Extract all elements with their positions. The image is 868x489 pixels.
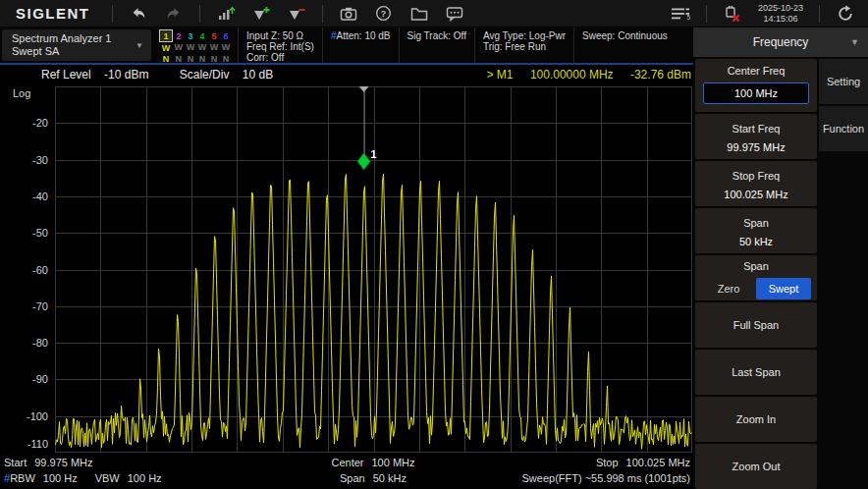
trace-indicator[interactable]: 6 xyxy=(220,30,232,42)
corr-label: Corr: Off xyxy=(246,52,314,63)
toolbar-separator xyxy=(706,5,707,23)
span-mode-label: Span xyxy=(743,260,769,272)
y-axis-tick-label: -90 xyxy=(32,373,48,385)
freq-ref-label: Freq Ref: Int(S) xyxy=(246,41,314,52)
trace-indicator[interactable]: W xyxy=(196,42,208,54)
chevron-down-icon: ▼ xyxy=(136,41,143,50)
zoom-out-label: Zoom Out xyxy=(732,461,781,472)
sweep-cell[interactable]: Sweep: Continuous xyxy=(574,27,676,63)
svg-text:5: 5 xyxy=(686,14,690,21)
start-freq-button-value: 99.975 MHz xyxy=(727,141,785,153)
span-mode-toggle: Span Zero Swept xyxy=(695,255,817,300)
trace-indicator[interactable]: N xyxy=(220,53,232,64)
trace-indicator[interactable]: N xyxy=(173,53,186,64)
spectrum-plot[interactable] xyxy=(55,86,692,453)
input-settings-cell[interactable]: Input Z: 50 Ω Freq Ref: Int(S) Corr: Off xyxy=(239,27,323,63)
trace-indicator[interactable]: W xyxy=(220,42,232,54)
ref-level-label[interactable]: Ref Level xyxy=(41,68,91,82)
trace-indicator[interactable]: W xyxy=(185,42,196,54)
y-axis-labels: -20-30-40-50-60-70-80-90-100-110 xyxy=(0,86,51,453)
center-freq-label: Center xyxy=(331,457,363,468)
span-zero-option[interactable]: Zero xyxy=(701,278,756,299)
trace-indicator[interactable]: W xyxy=(173,42,186,54)
scale-div-value[interactable]: 10 dB xyxy=(243,68,273,82)
trace-indicator[interactable]: 3 xyxy=(185,30,196,42)
trace-indicator[interactable]: N xyxy=(185,53,196,64)
screenshot-camera-icon[interactable] xyxy=(336,3,361,25)
file-folder-icon[interactable] xyxy=(407,3,432,25)
marker-id: > M1 xyxy=(487,68,514,82)
y-axis-tick-label: -30 xyxy=(32,154,48,166)
trace-indicator[interactable]: N xyxy=(160,53,173,64)
marker-add-icon[interactable] xyxy=(248,3,274,25)
start-freq-button[interactable]: Start Freq 99.975 MHz xyxy=(695,114,817,159)
marker-amplitude: -32.76 dBm xyxy=(630,68,691,82)
y-axis-tick-label: -110 xyxy=(27,438,48,450)
toolbar-separator xyxy=(819,5,820,23)
analyzer-mode: Swept SA xyxy=(12,45,151,58)
ref-level-value[interactable]: -10 dBm xyxy=(104,68,148,82)
input-z-label: Input Z: 50 Ω xyxy=(246,30,314,41)
y-axis-tick-label: -20 xyxy=(32,117,48,129)
span-label: Span xyxy=(340,472,365,484)
trace-indicator[interactable]: N xyxy=(208,53,220,64)
stop-freq-button-label: Stop Freq xyxy=(732,170,780,182)
trace-indicator[interactable]: 2 xyxy=(173,30,186,42)
last-span-label: Last Span xyxy=(732,366,781,378)
center-freq-button-label: Center Freq xyxy=(728,65,786,77)
vbw-label: VBW xyxy=(95,472,120,484)
undo-icon[interactable] xyxy=(126,3,151,25)
atten-cell[interactable]: #Atten: 10 dB xyxy=(323,27,400,63)
zoom-out-button[interactable]: Zoom Out xyxy=(695,444,817,489)
stop-freq-button[interactable]: Stop Freq 100.025 MHz xyxy=(695,161,817,206)
span-button-label: Span xyxy=(743,217,769,229)
trace-indicator[interactable]: 5 xyxy=(208,30,220,42)
rbw-label: RBW xyxy=(10,472,35,484)
analyzer-name: Spectrum Analyzer 1 xyxy=(12,32,151,45)
usb-error-icon[interactable] xyxy=(720,3,745,25)
zoom-in-label: Zoom In xyxy=(736,413,776,425)
message-icon[interactable] xyxy=(442,3,467,25)
span-swept-option[interactable]: Swept xyxy=(756,278,811,299)
refresh-icon[interactable] xyxy=(833,3,858,25)
span-button-value: 50 kHz xyxy=(739,236,773,247)
siglent-logo: SIGLENT xyxy=(16,5,90,22)
menu-icon[interactable]: 5 xyxy=(668,3,693,25)
sig-track-cell[interactable]: Sig Track: Off xyxy=(400,27,475,63)
trace-indicator[interactable]: W xyxy=(160,42,173,54)
start-freq-label: Start xyxy=(4,457,27,468)
peak-table-icon[interactable] xyxy=(213,3,239,25)
toolbar-separator xyxy=(199,5,200,23)
trace-indicator[interactable]: 4 xyxy=(196,30,208,42)
analyzer-selector[interactable]: Spectrum Analyzer 1 Swept SA ▼ xyxy=(2,29,151,61)
marker-delete-icon[interactable] xyxy=(284,3,309,25)
avg-type-label: Avg Type: Log-Pwr xyxy=(483,30,566,41)
help-icon[interactable]: ? xyxy=(371,3,397,25)
zoom-in-button[interactable]: Zoom In xyxy=(695,397,817,442)
last-span-button[interactable]: Last Span xyxy=(695,350,817,395)
frequency-menu-sidebar: Frequency ▼ Center Freq 100 MHz Start Fr… xyxy=(693,27,868,489)
stop-freq-value: 100.025 MHz xyxy=(626,457,690,468)
tab-setting[interactable]: Setting xyxy=(819,59,868,104)
center-freq-value: 100 MHz xyxy=(372,457,415,468)
footer-annotation-bar: Start99.975 MHz Center100 MHz Stop100.02… xyxy=(0,454,693,489)
trace-indicator[interactable]: W xyxy=(208,42,220,54)
sig-track-label: Sig Track: Off xyxy=(407,30,466,41)
center-freq-button[interactable]: Center Freq 100 MHz xyxy=(695,59,817,112)
trace-indicator[interactable]: 1 xyxy=(160,30,173,42)
avg-trig-cell[interactable]: Avg Type: Log-Pwr Trig: Free Run xyxy=(475,27,574,63)
y-axis-tick-label: -40 xyxy=(32,190,48,202)
redo-icon[interactable] xyxy=(161,3,187,25)
span-button[interactable]: Span 50 kHz xyxy=(695,208,817,253)
y-axis-tick-label: -70 xyxy=(32,300,48,312)
trig-label: Trig: Free Run xyxy=(483,41,566,52)
tab-function[interactable]: Function xyxy=(819,106,868,151)
center-freq-input[interactable]: 100 MHz xyxy=(703,82,809,104)
full-span-button[interactable]: Full Span xyxy=(695,302,817,348)
span-value: 50 kHz xyxy=(373,472,407,484)
scale-div-label[interactable]: Scale/Div xyxy=(180,68,230,82)
stop-freq-button-value: 100.025 MHz xyxy=(724,189,787,200)
trace-status-grid[interactable]: 123456WWWWWWNNNNNN xyxy=(153,27,239,63)
menu-title-dropdown[interactable]: Frequency ▼ xyxy=(693,27,868,57)
trace-indicator[interactable]: N xyxy=(196,53,208,64)
